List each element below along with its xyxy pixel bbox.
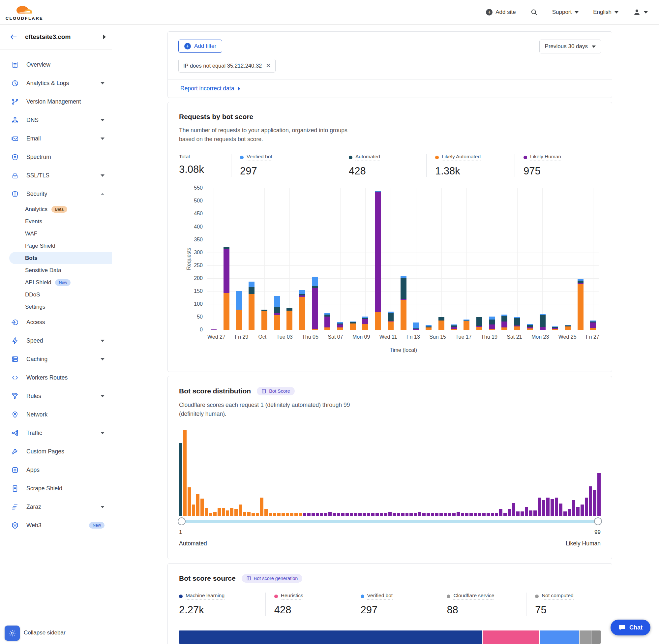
score-bar-98[interactable]: [593, 490, 596, 516]
sidebar-item-page-shield[interactable]: Page Shield: [0, 240, 112, 252]
bar-oct[interactable]: [261, 309, 267, 330]
sidebar-item-zaraz[interactable]: Zaraz: [0, 498, 112, 516]
score-bar-67[interactable]: [461, 513, 464, 516]
score-bar-25[interactable]: [282, 513, 285, 516]
score-bar-22[interactable]: [269, 513, 272, 516]
bar-thu-19[interactable]: [489, 317, 495, 330]
source-segment-heuristics[interactable]: [482, 630, 539, 644]
score-bar-72[interactable]: [482, 513, 486, 516]
sidebar-item-waf[interactable]: WAF: [0, 228, 112, 240]
bar-sat-21[interactable]: [514, 317, 520, 330]
score-bar-58[interactable]: [422, 513, 426, 516]
score-bar-74[interactable]: [491, 513, 494, 516]
score-bar-37[interactable]: [333, 513, 336, 516]
score-bar-36[interactable]: [328, 512, 332, 515]
score-bar-34[interactable]: [320, 513, 323, 516]
score-bar-32[interactable]: [311, 513, 315, 516]
score-bar-12[interactable]: [226, 510, 229, 516]
stat-label[interactable]: Automated: [355, 154, 380, 161]
bar-tue-24[interactable]: [552, 326, 558, 330]
sidebar-item-access[interactable]: Access: [0, 313, 112, 331]
language-menu[interactable]: English: [593, 9, 618, 16]
score-bar-5[interactable]: [196, 494, 199, 516]
score-bar-51[interactable]: [393, 513, 396, 516]
score-bar-65[interactable]: [452, 513, 455, 516]
support-menu[interactable]: Support: [552, 9, 579, 16]
score-bar-66[interactable]: [456, 512, 460, 515]
sidebar-item-network[interactable]: Network: [0, 405, 112, 424]
score-bar-6[interactable]: [201, 499, 204, 516]
chevron-right-icon[interactable]: [103, 34, 106, 39]
stat-label[interactable]: Not computed: [542, 593, 573, 600]
score-bar-31[interactable]: [307, 513, 310, 516]
score-bar-93[interactable]: [572, 500, 575, 516]
date-range-dropdown[interactable]: Previous 30 days: [539, 40, 601, 53]
bot-score-generation-badge[interactable]: Bot score generation: [242, 574, 303, 583]
source-segment-verified-bot[interactable]: [539, 630, 579, 644]
score-bar-80[interactable]: [516, 511, 520, 516]
score-bar-77[interactable]: [503, 513, 507, 516]
score-bar-41[interactable]: [350, 513, 353, 516]
score-bar-15[interactable]: [239, 505, 242, 516]
sidebar-item-spectrum[interactable]: Spectrum: [0, 148, 112, 166]
source-segment-not-computed[interactable]: [591, 630, 601, 644]
score-bar-54[interactable]: [405, 513, 409, 516]
score-bar-20[interactable]: [260, 498, 263, 516]
bar-sun-08[interactable]: [350, 322, 356, 330]
score-bar-95[interactable]: [581, 505, 584, 516]
source-segment-machine-learning[interactable]: [179, 630, 482, 644]
score-bar-28[interactable]: [295, 513, 298, 516]
bar-wed-18[interactable]: [476, 317, 482, 330]
sidebar-item-dns[interactable]: DNS: [0, 111, 112, 129]
stat-label[interactable]: Verified bot: [367, 593, 393, 600]
sidebar-item-analytics-logs[interactable]: Analytics & Logs: [0, 74, 112, 92]
add-site-button[interactable]: + Add site: [486, 9, 516, 16]
sidebar-item-ddos[interactable]: DDoS: [0, 289, 112, 301]
bar-mon-02[interactable]: [274, 296, 280, 330]
bar-mon-23[interactable]: [540, 314, 546, 330]
bar-tue-17[interactable]: [464, 320, 469, 330]
sidebar-item-speed[interactable]: Speed: [0, 331, 112, 350]
score-bar-10[interactable]: [217, 508, 221, 515]
sidebar-item-email[interactable]: Email: [0, 129, 112, 148]
score-bar-42[interactable]: [354, 513, 357, 516]
bar-wed-27[interactable]: [211, 329, 217, 330]
score-bar-30[interactable]: [303, 513, 306, 516]
score-bar-76[interactable]: [499, 509, 502, 516]
score-bar-92[interactable]: [568, 509, 571, 516]
bar-sun-22[interactable]: [527, 324, 533, 330]
sidebar-item-web3[interactable]: Web3New: [0, 516, 112, 534]
filter-chip[interactable]: IP does not equal 35.212.240.32 ✕: [178, 59, 276, 72]
stat-label[interactable]: Likely Automated: [442, 154, 481, 161]
score-bar-64[interactable]: [448, 513, 451, 516]
score-bar-2[interactable]: [183, 430, 187, 516]
cloudflare-logo[interactable]: CLOUDFLARE: [6, 4, 43, 21]
bar-fri-20[interactable]: [501, 315, 508, 330]
slider-handle-max[interactable]: [594, 518, 602, 525]
score-bar-29[interactable]: [299, 513, 302, 516]
score-bar-21[interactable]: [264, 509, 268, 516]
bar-sat-30[interactable]: [249, 282, 255, 330]
collapse-sidebar-label[interactable]: Collapse sidebar: [24, 629, 66, 636]
chat-button[interactable]: Chat: [611, 620, 651, 636]
score-bar-35[interactable]: [324, 513, 327, 516]
score-bar-59[interactable]: [427, 513, 430, 516]
stat-label[interactable]: Cloudflare service: [453, 593, 494, 600]
score-bar-50[interactable]: [389, 512, 392, 515]
score-bar-43[interactable]: [358, 513, 362, 516]
score-bar-7[interactable]: [205, 508, 208, 515]
sidebar-item-api-shield[interactable]: API ShieldNew: [0, 276, 112, 289]
score-bar-23[interactable]: [273, 513, 276, 516]
score-bar-68[interactable]: [465, 513, 468, 516]
score-bar-88[interactable]: [550, 499, 554, 515]
score-bar-89[interactable]: [555, 498, 558, 516]
score-bar-40[interactable]: [346, 513, 349, 516]
score-bar-71[interactable]: [478, 513, 481, 516]
bot-score-badge[interactable]: Bot Score: [257, 387, 295, 395]
score-bar-9[interactable]: [213, 512, 217, 515]
score-bar-83[interactable]: [529, 510, 533, 516]
score-bar-44[interactable]: [362, 513, 366, 516]
stat-label[interactable]: Machine learning: [186, 593, 225, 600]
score-bar-96[interactable]: [585, 498, 588, 516]
score-bar-73[interactable]: [487, 513, 490, 516]
